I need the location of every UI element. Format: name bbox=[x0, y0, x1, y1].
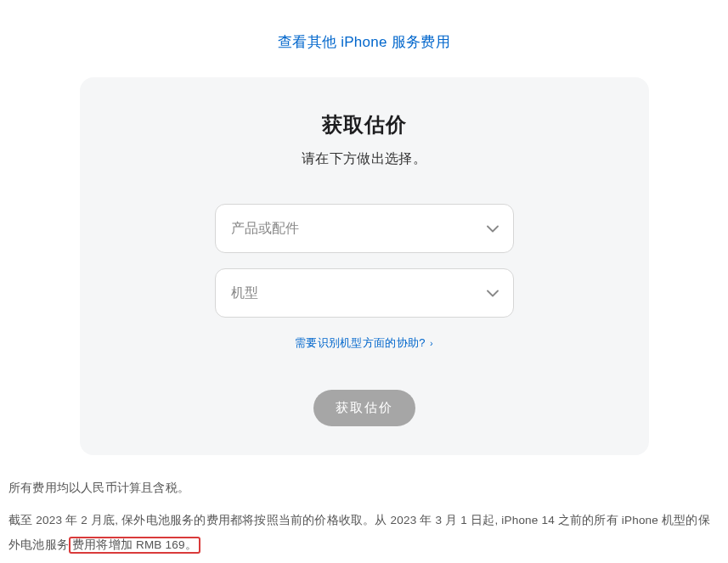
product-select[interactable]: 产品或配件 bbox=[215, 204, 514, 253]
select-group: 产品或配件 机型 bbox=[122, 204, 607, 318]
card-title: 获取估价 bbox=[122, 111, 607, 138]
product-select-placeholder: 产品或配件 bbox=[231, 220, 299, 238]
footer-notes: 所有费用均以人民币计算且含税。 截至 2023 年 2 月底, 保外电池服务的费… bbox=[0, 455, 728, 558]
get-estimate-button[interactable]: 获取估价 bbox=[313, 390, 415, 426]
model-select-wrapper: 机型 bbox=[215, 268, 514, 318]
top-link-container: 查看其他 iPhone 服务费用 bbox=[0, 0, 728, 77]
help-link-text: 需要识别机型方面的协助? bbox=[295, 336, 426, 349]
help-link-container: 需要识别机型方面的协助? › bbox=[122, 335, 607, 351]
product-select-wrapper: 产品或配件 bbox=[215, 204, 514, 253]
chevron-right-icon: › bbox=[427, 338, 433, 348]
other-services-link[interactable]: 查看其他 iPhone 服务费用 bbox=[278, 34, 450, 50]
price-increase-highlight: 费用将增加 RMB 169。 bbox=[69, 537, 200, 554]
model-select-placeholder: 机型 bbox=[231, 284, 258, 302]
card-subtitle: 请在下方做出选择。 bbox=[122, 150, 607, 168]
footer-note-1: 所有费用均以人民币计算且含税。 bbox=[8, 476, 720, 501]
identify-model-help-link[interactable]: 需要识别机型方面的协助? › bbox=[295, 336, 433, 349]
estimate-card: 获取估价 请在下方做出选择。 产品或配件 机型 需要识别机型方面的协助? › 获… bbox=[80, 77, 649, 455]
model-select[interactable]: 机型 bbox=[215, 268, 514, 318]
footer-note-2: 截至 2023 年 2 月底, 保外电池服务的费用都将按照当前的价格收取。从 2… bbox=[8, 508, 720, 558]
